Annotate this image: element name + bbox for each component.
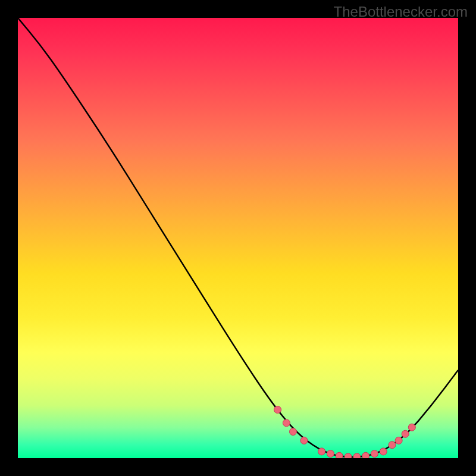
chart-svg [18, 18, 458, 458]
chart-marker [327, 450, 334, 458]
chart-marker [353, 453, 361, 458]
chart-marker [408, 424, 415, 431]
chart-marker [389, 441, 396, 449]
chart-marker [380, 448, 387, 455]
watermark-text: TheBottlenecker.com [334, 4, 468, 20]
chart-marker [336, 452, 343, 458]
chart-marker [283, 419, 290, 427]
chart-plot-area [18, 18, 458, 458]
chart-marker [274, 406, 281, 414]
chart-marker [362, 452, 369, 458]
chart-marker [395, 437, 402, 444]
chart-marker [290, 428, 297, 436]
chart-marker [402, 430, 409, 437]
chart-marker [371, 450, 378, 458]
chart-marker [345, 453, 352, 458]
chart-markers [274, 406, 416, 458]
chart-marker [300, 437, 308, 444]
chart-curve [18, 18, 458, 457]
chart-marker [318, 448, 325, 455]
